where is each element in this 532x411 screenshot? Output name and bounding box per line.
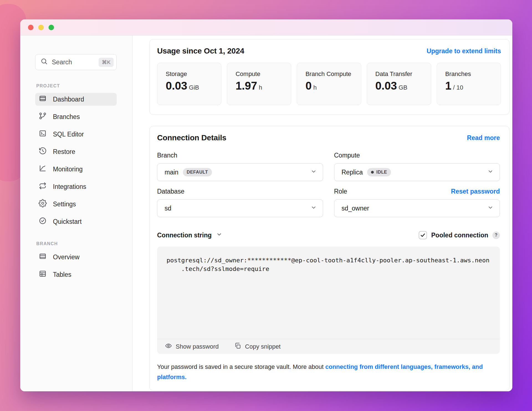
app-window: Search ⌘K PROJECT Dashboard Branches SQL… (20, 19, 512, 391)
zoom-window-button[interactable] (48, 25, 54, 30)
sidebar-item-restore[interactable]: Restore (35, 145, 117, 158)
branch-value: main (165, 169, 178, 176)
sidebar-section-branch: BRANCH (36, 241, 117, 246)
chevron-down-icon (311, 168, 317, 176)
history-clock-icon (39, 147, 47, 157)
usage-title: Usage since Oct 1, 2024 (157, 47, 244, 55)
copy-icon (234, 342, 241, 351)
metric-unit: h (259, 84, 262, 91)
metric-value: 1.97 (236, 80, 257, 92)
minimize-window-button[interactable] (38, 25, 44, 30)
terminal-icon (39, 129, 47, 139)
upgrade-link[interactable]: Upgrade to extend limits (427, 47, 501, 55)
branch-select[interactable]: main DEFAULT (157, 163, 323, 181)
metric-value: 0.03 (375, 80, 397, 92)
sidebar-item-label: Branches (53, 113, 80, 121)
chevron-down-icon (216, 231, 222, 239)
connection-details-title: Connection Details (157, 133, 226, 142)
metric-unit: GiB (189, 84, 199, 91)
usage-metrics: Storage 0.03GiB Compute 1.97h Branch Com… (157, 63, 501, 105)
idle-badge: IDLE (367, 168, 391, 176)
compute-label: Compute (334, 152, 360, 159)
connection-string-panel: postgresql://sd_owner:************@ep-co… (157, 247, 500, 354)
table-grid-icon (39, 270, 47, 280)
main-content: Usage since Oct 1, 2024 Upgrade to exten… (132, 35, 512, 391)
connection-string-code: postgresql://sd_owner:************@ep-co… (157, 247, 500, 339)
sidebar-item-label: Dashboard (53, 96, 84, 103)
usage-card: Usage since Oct 1, 2024 Upgrade to exten… (149, 39, 510, 115)
database-label: Database (157, 188, 184, 195)
role-value: sd_owner (342, 205, 369, 212)
chevron-down-icon (487, 204, 493, 212)
branch-field: Branch main DEFAULT (157, 151, 323, 181)
read-more-link[interactable]: Read more (467, 134, 500, 142)
pooled-connection-option: Pooled connection ? (419, 231, 500, 239)
sidebar: Search ⌘K PROJECT Dashboard Branches SQL… (20, 35, 132, 391)
close-window-button[interactable] (28, 25, 34, 30)
sidebar-item-dashboard[interactable]: Dashboard (35, 93, 117, 106)
help-icon[interactable]: ? (492, 232, 500, 239)
metric-unit: GB (398, 84, 407, 91)
pooled-connection-label: Pooled connection (431, 232, 488, 239)
chart-line-icon (39, 164, 47, 174)
search-label: Search (52, 59, 72, 66)
check-circle-icon (39, 217, 47, 227)
reset-password-link[interactable]: Reset password (451, 188, 500, 195)
pooled-connection-checkbox[interactable] (419, 231, 427, 239)
sync-loop-icon (39, 182, 47, 192)
role-field: Role Reset password sd_owner (334, 187, 500, 217)
metric-unit: / 10 (453, 84, 463, 91)
sidebar-item-branches[interactable]: Branches (35, 110, 117, 123)
sidebar-item-label: Restore (53, 148, 75, 156)
compute-select[interactable]: Replica IDLE (334, 163, 500, 181)
metric-branch-compute: Branch Compute 0h (297, 63, 361, 105)
window-titlebar (20, 19, 512, 35)
database-field: Database sd (157, 187, 323, 217)
sidebar-item-sql-editor[interactable]: SQL Editor (35, 128, 117, 141)
sidebar-item-label: Integrations (53, 183, 86, 191)
dashboard-icon (39, 94, 47, 104)
sidebar-item-quickstart[interactable]: Quickstart (35, 215, 117, 228)
metric-value: 0.03 (166, 80, 187, 92)
gear-icon (39, 199, 47, 209)
sidebar-item-tables[interactable]: Tables (35, 268, 117, 281)
git-branch-icon (39, 112, 47, 122)
show-password-button[interactable]: Show password (165, 342, 219, 351)
role-select[interactable]: sd_owner (334, 199, 500, 217)
sidebar-item-label: SQL Editor (53, 131, 84, 138)
password-vault-note: Your password is saved in a secure stora… (157, 362, 500, 382)
sidebar-item-label: Monitoring (53, 166, 83, 173)
window-content: Search ⌘K PROJECT Dashboard Branches SQL… (20, 35, 512, 391)
database-select[interactable]: sd (157, 199, 323, 217)
sidebar-item-label: Overview (53, 253, 80, 261)
metric-value: 1 (445, 80, 451, 92)
sidebar-item-integrations[interactable]: Integrations (35, 180, 117, 193)
search-input[interactable]: Search ⌘K (35, 54, 117, 70)
metric-value: 0 (305, 80, 311, 92)
connection-string-toggle[interactable]: Connection string (157, 231, 222, 239)
search-shortcut-badge: ⌘K (99, 58, 114, 67)
panel-actions: Show password Copy snippet (157, 339, 500, 354)
database-value: sd (165, 205, 171, 212)
sidebar-item-overview[interactable]: Overview (35, 251, 117, 263)
sidebar-item-label: Quickstart (53, 218, 82, 225)
window-overview-icon (39, 252, 47, 262)
chevron-down-icon (487, 168, 493, 176)
metric-compute: Compute 1.97h (227, 63, 291, 105)
eye-icon (165, 342, 172, 351)
metric-branches: Branches 1/ 10 (437, 63, 501, 105)
sidebar-item-label: Tables (53, 271, 71, 278)
chevron-down-icon (311, 204, 317, 212)
compute-value: Replica (342, 169, 363, 176)
copy-snippet-button[interactable]: Copy snippet (234, 342, 280, 351)
role-label: Role (334, 188, 347, 195)
sidebar-item-settings[interactable]: Settings (35, 198, 117, 210)
metric-unit: h (313, 84, 317, 91)
connection-string-label: Connection string (157, 232, 212, 239)
branch-label: Branch (157, 152, 177, 159)
sidebar-item-monitoring[interactable]: Monitoring (35, 163, 117, 176)
check-icon (420, 232, 426, 238)
search-icon (40, 58, 48, 67)
status-dot (371, 171, 374, 174)
compute-field: Compute Replica IDLE (334, 151, 500, 181)
